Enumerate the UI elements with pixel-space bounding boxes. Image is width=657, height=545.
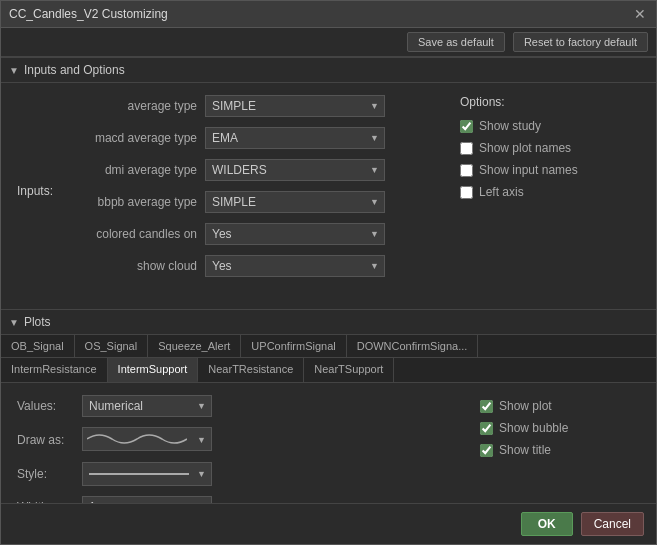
- plot-tabs-row1: OB_Signal OS_Signal Squeeze_Alert UPConf…: [1, 335, 656, 358]
- inputs-label: Inputs:: [17, 184, 77, 198]
- inputs-section-label: Inputs and Options: [24, 63, 125, 77]
- left-axis-row: Left axis: [460, 185, 640, 199]
- dmi-type-wrapper: WILDERSEMASIMPLE: [205, 159, 385, 181]
- inputs-section-header[interactable]: ▼ Inputs and Options: [1, 57, 656, 83]
- show-bubble-row: Show bubble: [480, 421, 640, 435]
- show-bubble-checkbox[interactable]: [480, 422, 493, 435]
- macd-type-row: macd average type EMASIMPLEWMA: [77, 127, 385, 149]
- colored-candles-row: colored candles on YesNo: [77, 223, 385, 245]
- show-bubble-label: Show bubble: [499, 421, 568, 435]
- values-label: Values:: [17, 399, 82, 413]
- show-title-row: Show title: [480, 443, 640, 457]
- left-axis-label: Left axis: [479, 185, 524, 199]
- show-plot-names-row: Show plot names: [460, 141, 640, 155]
- plots-section-header[interactable]: ▼ Plots: [1, 309, 656, 335]
- values-row: Values: NumericalText: [17, 395, 440, 417]
- show-cloud-row: show cloud YesNo: [77, 255, 385, 277]
- show-plot-names-label: Show plot names: [479, 141, 571, 155]
- tab-neart-resistance[interactable]: NearTResistance: [198, 358, 304, 382]
- bbpb-type-select[interactable]: SIMPLEEMAWMA: [205, 191, 385, 213]
- draw-as-preview[interactable]: [82, 427, 212, 451]
- average-type-select[interactable]: SIMPLEEMAWMA: [205, 95, 385, 117]
- values-wrapper: NumericalText: [82, 395, 212, 417]
- width-select[interactable]: 1234: [82, 496, 212, 503]
- tab-interm-resistance[interactable]: IntermResistance: [1, 358, 108, 382]
- plots-section: ▼ Plots OB_Signal OS_Signal Squeeze_Aler…: [1, 309, 656, 503]
- width-row: Width: 1234: [17, 496, 440, 503]
- show-study-checkbox[interactable]: [460, 120, 473, 133]
- plot-tabs-row2: IntermResistance IntermSupport NearTResi…: [1, 358, 656, 383]
- cancel-button[interactable]: Cancel: [581, 512, 644, 536]
- show-cloud-wrapper: YesNo: [205, 255, 385, 277]
- footer: OK Cancel: [1, 503, 656, 544]
- dmi-type-row: dmi average type WILDERSEMASIMPLE: [77, 159, 385, 181]
- inputs-options-panel: Inputs: average type SIMPLEEMAWMA: [1, 83, 656, 309]
- show-plot-row: Show plot: [480, 399, 640, 413]
- style-wrapper[interactable]: [82, 462, 212, 486]
- show-cloud-label: show cloud: [77, 259, 197, 273]
- tab-upconfirm-signal[interactable]: UPConfirmSignal: [241, 335, 346, 357]
- colored-candles-wrapper: YesNo: [205, 223, 385, 245]
- tab-interm-support[interactable]: IntermSupport: [108, 358, 199, 382]
- toolbar: Save as default Reset to factory default: [1, 28, 656, 57]
- plot-left-panel: Values: NumericalText Draw as:: [17, 395, 440, 503]
- show-study-row: Show study: [460, 119, 640, 133]
- colored-candles-label: colored candles on: [77, 227, 197, 241]
- average-type-label: average type: [77, 99, 197, 113]
- macd-type-label: macd average type: [77, 131, 197, 145]
- main-window: CC_Candles_V2 Customizing ✕ Save as defa…: [0, 0, 657, 545]
- tab-squeeze-alert[interactable]: Squeeze_Alert: [148, 335, 241, 357]
- show-title-label: Show title: [499, 443, 551, 457]
- chevron-down-icon: ▼: [9, 65, 19, 76]
- left-axis-checkbox[interactable]: [460, 186, 473, 199]
- width-wrapper: 1234: [82, 496, 212, 503]
- ok-button[interactable]: OK: [521, 512, 573, 536]
- save-default-button[interactable]: Save as default: [407, 32, 505, 52]
- content-area[interactable]: ▼ Inputs and Options Inputs: average typ…: [1, 57, 656, 503]
- window-title: CC_Candles_V2 Customizing: [9, 7, 168, 21]
- bbpb-type-label: bbpb average type: [77, 195, 197, 209]
- values-select[interactable]: NumericalText: [82, 395, 212, 417]
- inputs-fields-col: average type SIMPLEEMAWMA macd average t…: [77, 95, 385, 287]
- plot-right-panel: Show plot Show bubble Show title: [480, 395, 640, 503]
- show-study-label: Show study: [479, 119, 541, 133]
- title-bar: CC_Candles_V2 Customizing ✕: [1, 1, 656, 28]
- style-label: Style:: [17, 467, 82, 481]
- show-plot-names-checkbox[interactable]: [460, 142, 473, 155]
- style-preview[interactable]: [82, 462, 212, 486]
- line-style-icon: [89, 473, 189, 475]
- draw-as-label: Draw as:: [17, 433, 82, 447]
- close-button[interactable]: ✕: [632, 7, 648, 21]
- plots-section-label: Plots: [24, 315, 51, 329]
- dmi-type-label: dmi average type: [77, 163, 197, 177]
- show-title-checkbox[interactable]: [480, 444, 493, 457]
- show-plot-label: Show plot: [499, 399, 552, 413]
- plot-content-panel: Values: NumericalText Draw as:: [1, 383, 656, 503]
- show-plot-checkbox[interactable]: [480, 400, 493, 413]
- options-label: Options:: [460, 95, 640, 109]
- dmi-type-select[interactable]: WILDERSEMASIMPLE: [205, 159, 385, 181]
- wave-icon: [87, 429, 187, 449]
- show-input-names-label: Show input names: [479, 163, 578, 177]
- inputs-main-row: Inputs: average type SIMPLEEMAWMA: [17, 95, 420, 287]
- draw-as-wrapper[interactable]: [82, 427, 212, 452]
- plots-chevron-icon: ▼: [9, 317, 19, 328]
- reset-factory-button[interactable]: Reset to factory default: [513, 32, 648, 52]
- bbpb-type-wrapper: SIMPLEEMAWMA: [205, 191, 385, 213]
- bbpb-type-row: bbpb average type SIMPLEEMAWMA: [77, 191, 385, 213]
- show-cloud-select[interactable]: YesNo: [205, 255, 385, 277]
- tab-neart-support[interactable]: NearTSupport: [304, 358, 394, 382]
- options-right-panel: Options: Show study Show plot names Show…: [460, 95, 640, 297]
- colored-candles-select[interactable]: YesNo: [205, 223, 385, 245]
- tab-downconfirm-signal[interactable]: DOWNConfirmSigna...: [347, 335, 479, 357]
- style-row: Style:: [17, 462, 440, 486]
- macd-type-select[interactable]: EMASIMPLEWMA: [205, 127, 385, 149]
- inputs-left-panel: Inputs: average type SIMPLEEMAWMA: [17, 95, 420, 297]
- tab-ob-signal[interactable]: OB_Signal: [1, 335, 75, 357]
- average-type-row: average type SIMPLEEMAWMA: [77, 95, 385, 117]
- average-type-wrapper: SIMPLEEMAWMA: [205, 95, 385, 117]
- show-input-names-checkbox[interactable]: [460, 164, 473, 177]
- draw-as-row: Draw as:: [17, 427, 440, 452]
- tab-os-signal[interactable]: OS_Signal: [75, 335, 149, 357]
- show-input-names-row: Show input names: [460, 163, 640, 177]
